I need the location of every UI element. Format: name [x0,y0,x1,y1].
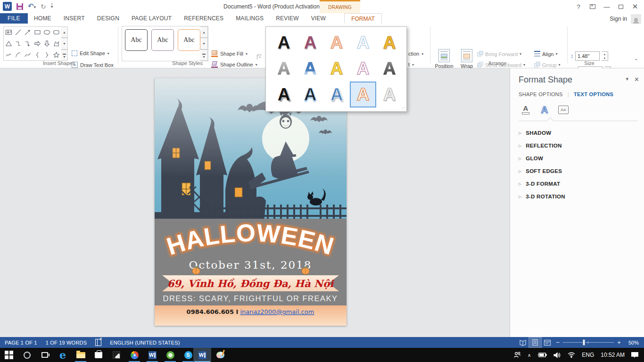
shape-styles-dialog-launcher-icon[interactable] [257,55,262,59]
wifi-icon[interactable] [568,352,575,358]
shape-icon-line[interactable] [13,27,23,38]
wordart-style-fill-black[interactable]: A [271,30,297,56]
section-3d-format[interactable]: ▷3-D FORMAT [519,178,637,190]
close-icon[interactable]: ✕ [628,0,642,13]
undo-icon[interactable]: ↶▾ [28,3,36,10]
read-mode-icon[interactable] [517,337,529,347]
pane-options-dropdown-icon[interactable]: ▾ [626,76,629,83]
clock[interactable]: 10:52 AM [601,352,625,358]
shapes-scroll-up-icon[interactable]: ▲ [61,26,68,38]
redo-icon[interactable]: ↻ [41,3,46,10]
tab-home[interactable]: HOME [28,13,58,24]
tab-review[interactable]: REVIEW [270,13,305,24]
shape-icon-scribble[interactable] [4,49,13,60]
edit-shape-button[interactable]: Edit Shape▾ [72,50,109,56]
shape-fill-button[interactable]: Shape Fill▾ [211,50,248,57]
sign-in-link[interactable]: Sign in [610,16,627,22]
align-button[interactable]: Align▾ [534,51,557,57]
shape-icon-rectangle[interactable] [33,27,42,38]
zoom-out-icon[interactable]: − [553,339,562,346]
styles-more-icon[interactable]: ▬▼ [200,49,208,61]
tab-design[interactable]: DESIGN [91,13,125,24]
wordart-style-fill-blue-outline-white[interactable]: A [323,82,350,107]
tab-references[interactable]: REFERENCES [178,13,230,24]
shape-icon-freeform[interactable] [52,38,61,49]
tab-file[interactable]: FILE [0,13,28,24]
restore-icon[interactable] [614,0,628,13]
zoom-in-icon[interactable]: + [615,339,623,346]
poster-email-link[interactable]: inanaz2000@gmail.com [240,308,314,315]
shape-icon-left-brace[interactable] [33,49,42,60]
shape-icon-curve[interactable] [23,49,33,60]
shape-icon-elbow-connector[interactable] [13,38,23,49]
shape-icon-oval[interactable] [42,27,51,38]
page-indicator[interactable]: PAGE 1 OF 1 [5,340,37,346]
tab-view[interactable]: VIEW [305,13,332,24]
wordart-style-fill-blue-reflection[interactable]: A [297,56,323,82]
photos-icon[interactable] [107,348,125,362]
zoom-level[interactable]: 50% [623,340,644,346]
show-hidden-icons-chevron[interactable]: ∧ [528,353,531,358]
wordart-style-fill-plum[interactable]: A [297,30,323,56]
word-taskbar-icon[interactable]: W [143,348,161,362]
shape-icon-arrow-down[interactable] [42,38,51,49]
coccoc-browser-icon[interactable] [161,348,179,362]
word-count[interactable]: 1 OF 19 WORDS [46,340,87,346]
shapes-scroll-down-icon[interactable]: ▼ [61,38,68,49]
word-active-window-icon[interactable]: W [193,348,211,362]
language-indicator[interactable]: ENGLISH (UNITED STATES) [110,340,180,346]
zoom-slider-thumb[interactable] [583,339,585,346]
language-tray-indicator[interactable]: ENG [582,352,594,358]
shape-icon-triangle[interactable] [4,38,13,49]
shape-icon-arc[interactable] [13,49,23,60]
wordart-style-gradient-darkgray[interactable]: A [376,56,403,82]
tab-mailings[interactable]: MAILINGS [230,13,270,24]
shape-style-preview-black[interactable]: Abc [125,29,148,51]
proofing-errors-icon[interactable] [95,339,101,346]
shape-icon-star[interactable] [52,49,61,60]
wordart-style-fill-white-outline-orange[interactable]: A [350,82,376,107]
customize-qat-icon[interactable]: ▾ [51,4,53,9]
wordart-style-fill-white-outline-lightblue[interactable]: A [350,30,376,56]
wordart-style-fill-gold[interactable]: A [376,30,403,56]
shape-icon-elbow-arrow-connector[interactable] [23,38,33,49]
web-layout-icon[interactable] [541,337,553,347]
task-view-icon[interactable] [36,348,54,362]
start-button-icon[interactable] [0,348,18,362]
styles-scroll-up-icon[interactable]: ▲ [200,26,208,38]
document-page-halloween-poster[interactable]: HALLOWEEN HALLOWEEN October 31st, 2018 [155,78,347,326]
styles-scroll-down-icon[interactable]: ▼ [200,38,208,49]
wordart-style-fill-yellow-outline-gold[interactable]: A [323,56,350,82]
dropdown-resize-handle[interactable]: ⸬ [403,106,405,111]
align-text-button-partial[interactable]: t▾ [408,62,414,67]
collapse-ribbon-icon[interactable]: ⌃ [634,58,638,64]
shape-style-preview-purple[interactable]: Abc [151,29,174,51]
wordart-style-fill-black-glow-blue[interactable]: A [297,82,323,107]
tab-page-layout[interactable]: PAGE LAYOUT [125,13,178,24]
section-soft-edges[interactable]: ▷SOFT EDGES [519,165,637,177]
wordart-style-fill-silver[interactable]: A [376,82,403,107]
section-reflection[interactable]: ▷REFLECTION [519,140,637,152]
wordart-style-fill-peach-outline-orange[interactable]: A [323,30,350,56]
layout-properties-icon[interactable]: A≡ [556,104,570,116]
cortana-icon[interactable] [18,348,36,362]
text-fill-outline-icon[interactable]: A [519,104,533,116]
zoom-slider[interactable] [563,342,614,343]
save-icon[interactable] [17,3,23,10]
section-3d-rotation[interactable]: ▷3-D ROTATION [519,190,637,203]
tab-text-options[interactable]: TEXT OPTIONS [574,91,613,97]
edge-icon[interactable]: e [54,348,72,362]
shape-height-stepper[interactable]: ▲▼ [602,51,608,61]
tab-format-active[interactable]: FORMAT [344,13,382,24]
section-glow[interactable]: ▷GLOW [519,152,637,165]
pane-close-icon[interactable]: ✕ [634,76,639,83]
tab-insert[interactable]: INSERT [58,13,91,24]
shape-icon-right-brace[interactable] [42,49,51,60]
people-icon[interactable] [513,352,521,358]
tab-shape-options[interactable]: SHAPE OPTIONS [519,91,563,97]
shape-height-input[interactable] [575,51,600,61]
wordart-style-fill-black-shadow[interactable]: A [271,82,297,107]
battery-icon[interactable] [537,352,547,358]
volume-icon[interactable] [553,352,561,358]
ribbon-display-options-icon[interactable] [586,0,600,13]
